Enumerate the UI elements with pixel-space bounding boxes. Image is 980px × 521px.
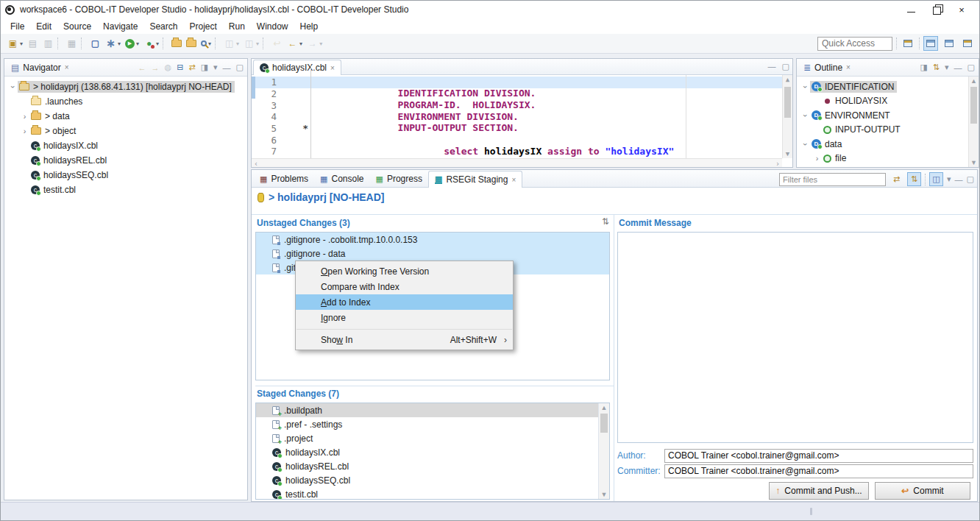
dropdown-caret-icon[interactable]: ▾ xyxy=(208,40,211,47)
outline-scrollbar[interactable]: ▲ ▼ xyxy=(968,77,979,167)
profile-button[interactable]: ▾ xyxy=(141,37,161,50)
outline-tab[interactable]: ≣ Outline × xyxy=(800,63,853,73)
outline-close-icon[interactable]: × xyxy=(846,63,851,71)
quick-access-input[interactable] xyxy=(817,37,892,51)
run-button[interactable]: ▾ xyxy=(123,38,141,50)
scroll-left-icon[interactable]: ‹ xyxy=(254,160,258,168)
back-button[interactable]: ▾ xyxy=(285,37,305,50)
outline-item[interactable]: › IDENTIFICATION xyxy=(797,79,979,94)
menu-edit[interactable]: Edit xyxy=(30,20,57,33)
navigator-tab[interactable]: ▤ Navigator × xyxy=(8,63,72,73)
last-edit-location-button[interactable]: ▾ xyxy=(269,37,285,50)
statusbar-grip[interactable] xyxy=(810,508,812,515)
save-button[interactable]: ▾ xyxy=(25,37,40,50)
focus-icon[interactable]: ◨ xyxy=(201,63,208,72)
navigator-item[interactable]: › > holidayprj (138.68.41.131) [holidayp… xyxy=(4,79,247,94)
expander-icon[interactable]: › xyxy=(812,154,822,163)
tab-problems[interactable]: ▦ Problems × xyxy=(254,171,314,187)
scroll-up-icon[interactable]: ▲ xyxy=(969,77,979,85)
maximize-view-icon[interactable]: ▢ xyxy=(967,174,974,184)
staged-file-row[interactable]: holidaysREL.cbl xyxy=(256,459,609,473)
dropdown-caret-icon[interactable]: ▾ xyxy=(118,40,121,47)
navigator-item[interactable]: .launches xyxy=(4,94,247,109)
tab-console[interactable]: ▦ Console × xyxy=(314,171,369,187)
scrollbar-thumb[interactable] xyxy=(784,87,791,118)
outline-item[interactable]: › working-storage xyxy=(797,166,979,168)
open-resource-button[interactable]: ▾ xyxy=(184,38,199,49)
scroll-down-icon[interactable]: ▼ xyxy=(969,158,979,167)
editor-horizontal-scrollbar[interactable]: ‹› xyxy=(252,158,782,168)
commit-button[interactable]: ↩ Commit xyxy=(875,482,970,500)
sort-icon[interactable]: ⇅ xyxy=(602,216,609,227)
menu-compare-with-index[interactable]: Compare with Index › xyxy=(296,279,513,294)
minimize-view-icon[interactable]: — xyxy=(954,63,962,72)
navigator-item[interactable]: › > object xyxy=(4,124,247,138)
focus-icon[interactable]: ◨ xyxy=(920,63,927,72)
navigator-item[interactable]: holidaysREL.cbl xyxy=(4,153,247,168)
menu-navigate[interactable]: Navigate xyxy=(97,20,143,33)
commit-and-push-button[interactable]: ↑ Commit and Push... xyxy=(769,482,869,500)
navigator-item[interactable]: › > data xyxy=(4,109,247,124)
view-menu-icon[interactable]: ▾ xyxy=(945,63,949,72)
menu-help[interactable]: Help xyxy=(294,20,324,33)
dropdown-caret-icon[interactable]: ▾ xyxy=(299,40,302,47)
staged-file-row[interactable]: .buildpath xyxy=(256,403,609,417)
staged-file-row[interactable]: testit.cbl xyxy=(256,487,609,500)
save-all-button[interactable]: ▾ xyxy=(40,37,56,50)
tab-rsegit-staging[interactable]: ▦ RSEGit Staging × xyxy=(428,171,522,188)
sort-az-icon[interactable]: ⇅ xyxy=(933,63,940,72)
menu-file[interactable]: File xyxy=(4,20,30,33)
code-editor[interactable]: 1 IDENTIFICATION DIVISION. 2 PROGRAM-ID.… xyxy=(252,75,792,168)
restore-button[interactable] xyxy=(933,7,940,13)
outline-item[interactable]: INPUT-OUTPUT xyxy=(797,123,979,138)
up-icon[interactable]: ◍ xyxy=(165,63,172,72)
navigator-item[interactable]: holidaysSEQ.cbl xyxy=(4,168,247,182)
scrollbar-thumb[interactable] xyxy=(600,414,608,433)
expander-icon[interactable]: › xyxy=(9,82,18,92)
new-button[interactable]: ▾ xyxy=(5,37,25,50)
outline-item[interactable]: › ENVIRONMENT xyxy=(797,108,979,123)
staged-file-row[interactable]: .pref - .settings xyxy=(256,417,609,431)
staged-file-row[interactable]: holidaysSEQ.cbl xyxy=(256,473,609,487)
column-divider[interactable] xyxy=(614,214,614,501)
author-input[interactable] xyxy=(664,449,973,463)
scroll-down-icon[interactable]: ▼ xyxy=(783,149,792,158)
navigator-item[interactable]: holidaysIX.cbl xyxy=(4,138,247,153)
search-button[interactable]: ▾ xyxy=(199,39,213,49)
scroll-up-icon[interactable]: ▲ xyxy=(783,75,792,84)
menu-ignore[interactable]: Ignore › xyxy=(296,310,513,325)
view-menu-icon[interactable]: ▾ xyxy=(213,63,218,72)
rse-perspective-button[interactable] xyxy=(960,36,975,51)
menu-source[interactable]: Source xyxy=(57,20,97,33)
code-line[interactable]: 7 organization is INDEXED xyxy=(252,146,792,157)
tab-close-icon[interactable]: × xyxy=(511,176,516,184)
link-with-selection-icon[interactable]: ◫ xyxy=(929,172,943,186)
expander-icon[interactable]: › xyxy=(20,112,29,121)
navigator-close-icon[interactable]: × xyxy=(65,63,69,71)
staged-file-row[interactable]: .project xyxy=(256,431,609,445)
print-button[interactable]: ▾ xyxy=(64,37,79,50)
compare-mode-icon[interactable]: ⇄ xyxy=(890,172,903,186)
unstaged-file-row[interactable]: .gitignore - data xyxy=(256,247,609,260)
minimize-view-icon[interactable]: — xyxy=(223,63,231,72)
minimize-view-icon[interactable]: — xyxy=(955,175,963,184)
menu-add-to-index[interactable]: Add to Index › xyxy=(296,294,513,310)
dropdown-caret-icon[interactable]: ▾ xyxy=(256,40,259,47)
dropdown-caret-icon[interactable]: ▾ xyxy=(319,40,322,47)
expander-icon[interactable]: › xyxy=(20,127,29,135)
back-history-icon[interactable]: ← xyxy=(138,63,146,72)
forward-history-icon[interactable]: → xyxy=(152,63,160,72)
tab-progress[interactable]: ▦ Progress × xyxy=(370,171,428,187)
staged-file-row[interactable]: holidaysIX.cbl xyxy=(256,445,609,459)
scrollbar-thumb[interactable] xyxy=(970,87,977,124)
expander-icon[interactable]: › xyxy=(801,110,810,120)
expander-icon[interactable]: › xyxy=(801,82,810,91)
next-annotation-button[interactable]: ▾ xyxy=(221,37,241,50)
commit-message-input[interactable] xyxy=(617,232,973,443)
unstaged-file-row[interactable]: .gitignore - .cobolit.tmp.10.0.0.153 xyxy=(256,233,609,247)
debug-perspective-button[interactable] xyxy=(942,36,956,51)
menu-project[interactable]: Project xyxy=(183,20,222,33)
cobol-perspective-button[interactable] xyxy=(923,36,938,51)
menu-separator[interactable]: › xyxy=(297,327,512,330)
dropdown-caret-icon[interactable]: ▾ xyxy=(20,40,23,47)
